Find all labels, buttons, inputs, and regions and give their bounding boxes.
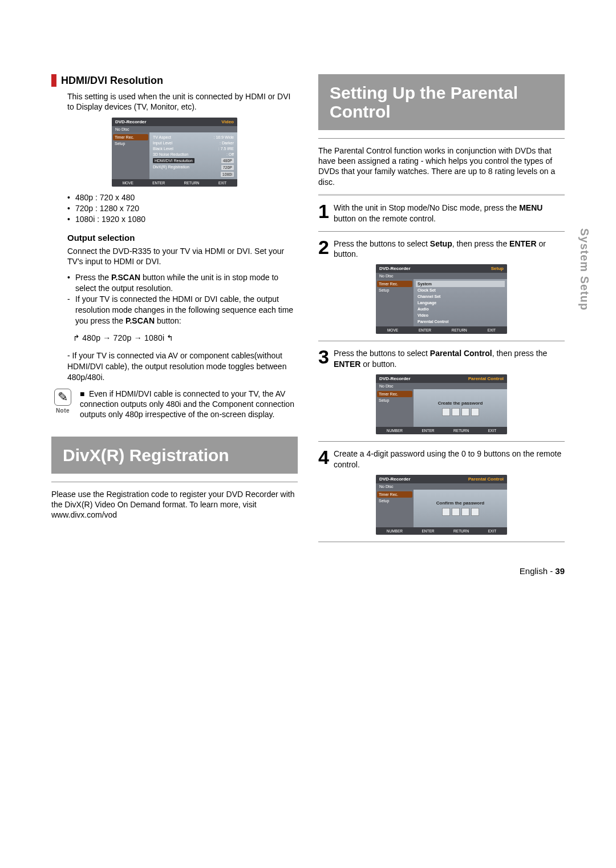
- osd-nav-item: Setup: [377, 397, 412, 403]
- resolution-list: •480p : 720 x 480•720p : 1280 x 720•1080…: [67, 192, 298, 225]
- osd-nodisc: No Disc: [376, 483, 507, 490]
- resolution-cycle: ↱ 480p → 720p → 1080i ↰: [72, 333, 175, 342]
- parental-intro: The Parental Control function works in c…: [318, 146, 565, 187]
- osd-corner: Setup: [491, 266, 504, 271]
- divider: [318, 138, 565, 139]
- osd-nav-item: Setup: [377, 498, 412, 504]
- osd-confirm-password: DVD-Recorder Parental Control No Disc Ti…: [376, 475, 507, 535]
- osd-nav-item: Setup: [113, 140, 148, 147]
- osd-create-password: DVD-Recorder Parental Control No Disc Ti…: [376, 374, 507, 434]
- divx-banner: DivX(R) Registration: [51, 437, 298, 474]
- step-number: 1: [318, 203, 329, 224]
- left-column: HDMI/DVI Resolution This setting is used…: [51, 74, 298, 549]
- osd-title: DVD-Recorder: [379, 376, 411, 381]
- osd-message: Create the password: [438, 401, 483, 406]
- osd-nodisc: No Disc: [112, 126, 237, 132]
- page-number: English - 39: [51, 566, 565, 576]
- password-boxes: [442, 408, 479, 416]
- divider: [318, 231, 565, 232]
- osd-title: DVD-Recorder: [379, 266, 411, 271]
- right-column: Setting Up the Parental Control The Pare…: [318, 74, 565, 549]
- divider: [318, 441, 565, 442]
- step-number: 4: [318, 449, 329, 470]
- divider: [51, 482, 298, 482]
- step-1: 1 With the unit in Stop mode/No Disc mod…: [318, 203, 565, 224]
- step-number: 2: [318, 239, 329, 260]
- hdmi-heading-text: HDMI/DVI Resolution: [61, 75, 163, 87]
- osd-corner: Parental Control: [468, 477, 504, 482]
- osd-nodisc: No Disc: [376, 273, 507, 279]
- step-4: 4 Create a 4-digit password using the 0 …: [318, 449, 565, 470]
- osd-message: Confirm the password: [436, 500, 484, 506]
- hdmi-heading: HDMI/DVI Resolution: [51, 74, 298, 87]
- osd-video-menu: DVD-Recorder Video No Disc Timer Rec. Se…: [112, 118, 237, 187]
- note-text: Even if HDMI/DVI cable is connected to y…: [80, 389, 294, 419]
- note-block: ✎ Note ■ Even if HDMI/DVI cable is conne…: [51, 389, 298, 420]
- password-boxes: [442, 508, 479, 516]
- divx-body: Please use the Registration code to regi…: [51, 489, 298, 520]
- osd-corner: Video: [221, 119, 234, 124]
- osd-nav-item: Timer Rec.: [113, 134, 148, 140]
- output-after-cycle: - If your TV is connected via AV or comp…: [67, 350, 298, 383]
- note-label: Note: [51, 407, 74, 414]
- osd-nav-item: Timer Rec.: [377, 491, 412, 498]
- output-bullets: •Press the P.SCAN button while the unit …: [67, 272, 298, 326]
- osd-title: DVD-Recorder: [115, 119, 147, 124]
- heading-bar-icon: [51, 74, 56, 87]
- osd-nav-item: Timer Rec.: [377, 281, 412, 287]
- step-number: 3: [318, 348, 329, 370]
- step-3: 3 Press the buttons to select Parental C…: [318, 348, 565, 370]
- output-intro: Connect the DVD-R335 to your TV via HDMI…: [67, 246, 298, 267]
- osd-corner: Parental Control: [468, 376, 504, 381]
- osd-nav-item: Setup: [377, 287, 412, 293]
- osd-nodisc: No Disc: [376, 383, 507, 389]
- parental-banner: Setting Up the Parental Control: [318, 74, 565, 130]
- output-selection-heading: Output selection: [67, 233, 298, 243]
- side-section-tab: System Setup: [578, 228, 591, 310]
- divider: [318, 341, 565, 341]
- hdmi-intro: This setting is used when the unit is co…: [67, 91, 298, 112]
- osd-title: DVD-Recorder: [379, 477, 411, 482]
- divider: [318, 194, 565, 196]
- osd-nav-item: Timer Rec.: [377, 391, 412, 397]
- note-icon: ✎: [54, 389, 71, 406]
- divider: [318, 542, 565, 542]
- page: System Setup HDMI/DVI Resolution This se…: [51, 0, 565, 610]
- osd-setup-menu: DVD-Recorder Setup No Disc Timer Rec. Se…: [376, 264, 507, 334]
- step-2: 2 Press the buttons to select Setup, the…: [318, 239, 565, 260]
